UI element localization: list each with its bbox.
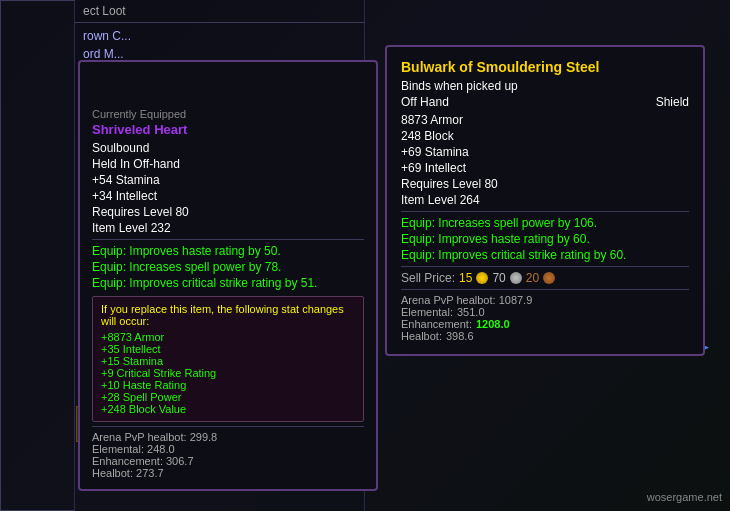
main-equip2: Equip: Improves haste rating by 60. bbox=[401, 232, 689, 246]
equipped-soulbound: Soulbound bbox=[92, 141, 364, 155]
enhancement-row: Enhancement: 1208.0 bbox=[401, 318, 689, 330]
elemental-label: Elemental: bbox=[401, 306, 453, 318]
left-panel bbox=[0, 0, 75, 511]
bg-item-lord[interactable]: ord M... bbox=[83, 47, 356, 61]
healbot-row: Healbot: 398.6 bbox=[401, 330, 689, 342]
equipped-stat2: +34 Intellect bbox=[92, 189, 364, 203]
main-type: Shield bbox=[656, 95, 689, 109]
equipped-healbot: Healbot: 273.7 bbox=[92, 467, 364, 479]
watermark: wosergame.net bbox=[647, 491, 722, 503]
sell-price-row: Sell Price: 15 70 20 bbox=[401, 271, 689, 285]
sell-price-label: Sell Price: bbox=[401, 271, 455, 285]
main-equip1: Equip: Increases spell power by 106. bbox=[401, 216, 689, 230]
stat-change-stamina: +15 Stamina bbox=[101, 355, 355, 367]
enhancement-label: Enhancement: bbox=[401, 318, 472, 330]
equipped-stat1: +54 Stamina bbox=[92, 173, 364, 187]
main-armor: 8873 Armor bbox=[401, 113, 689, 127]
equipped-equip3: Equip: Improves critical strike rating b… bbox=[92, 276, 364, 290]
main-intellect: +69 Intellect bbox=[401, 161, 689, 175]
equipped-tooltip: Currently Equipped Shriveled Heart Soulb… bbox=[78, 60, 378, 491]
main-equip3: Equip: Improves critical strike rating b… bbox=[401, 248, 689, 262]
equipped-arena: Arena PvP healbot: 299.8 bbox=[92, 431, 364, 443]
enhancement-val: 1208.0 bbox=[476, 318, 510, 330]
main-item-name: Bulwark of Smouldering Steel bbox=[401, 59, 689, 75]
equipped-item-name: Shriveled Heart bbox=[92, 122, 364, 137]
equipped-item-level: Item Level 232 bbox=[92, 221, 364, 235]
stat-change-header: If you replace this item, the following … bbox=[101, 303, 355, 327]
bg-item-crown[interactable]: rown C... bbox=[83, 29, 356, 43]
main-item-level: Item Level 264 bbox=[401, 193, 689, 207]
sell-copper-amount: 20 bbox=[526, 271, 539, 285]
stat-change-crit: +9 Critical Strike Rating bbox=[101, 367, 355, 379]
equipped-label: Currently Equipped bbox=[92, 108, 364, 120]
main-arena-pvp: Arena PvP healbot: 1087.9 bbox=[401, 294, 689, 306]
main-item-tooltip: Bulwark of Smouldering Steel Binds when … bbox=[385, 45, 705, 356]
main-req-level: Requires Level 80 bbox=[401, 177, 689, 191]
elemental-val: 351.0 bbox=[457, 306, 485, 318]
stat-change-block: +248 Block Value bbox=[101, 403, 355, 415]
elemental-row: Elemental: 351.0 bbox=[401, 306, 689, 318]
silver-coin-icon bbox=[510, 272, 522, 284]
equipped-held: Held In Off-hand bbox=[92, 157, 364, 171]
sell-gold-amount: 15 bbox=[459, 271, 472, 285]
loot-section-label: ect Loot bbox=[83, 4, 126, 18]
healbot-label: Healbot: bbox=[401, 330, 442, 342]
equipped-req-level: Requires Level 80 bbox=[92, 205, 364, 219]
equipped-equip2: Equip: Increases spell power by 78. bbox=[92, 260, 364, 274]
equipped-equip1: Equip: Improves haste rating by 50. bbox=[92, 244, 364, 258]
stat-change-haste: +10 Haste Rating bbox=[101, 379, 355, 391]
stat-change-intellect: +35 Intellect bbox=[101, 343, 355, 355]
main-stamina: +69 Stamina bbox=[401, 145, 689, 159]
main-bind: Binds when picked up bbox=[401, 79, 689, 93]
copper-coin-icon bbox=[543, 272, 555, 284]
equipped-enhancement: Enhancement: 306.7 bbox=[92, 455, 364, 467]
gold-coin-icon bbox=[476, 272, 488, 284]
main-block: 248 Block bbox=[401, 129, 689, 143]
main-slot: Off Hand bbox=[401, 95, 449, 109]
equipped-elemental: Elemental: 248.0 bbox=[92, 443, 364, 455]
sell-silver-amount: 70 bbox=[492, 271, 505, 285]
healbot-val: 398.6 bbox=[446, 330, 474, 342]
stat-change-spellpower: +28 Spell Power bbox=[101, 391, 355, 403]
stat-change-box: If you replace this item, the following … bbox=[92, 296, 364, 422]
stat-change-armor: +8873 Armor bbox=[101, 331, 355, 343]
